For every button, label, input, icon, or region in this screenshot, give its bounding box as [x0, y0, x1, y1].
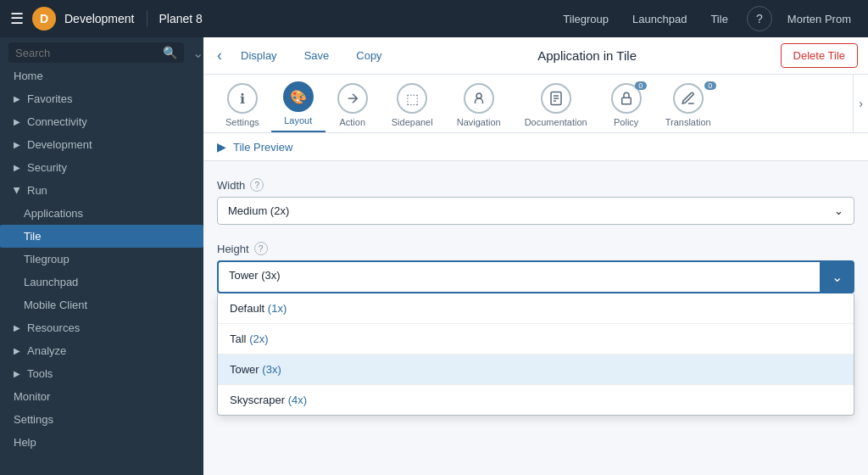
- height-help-icon[interactable]: ?: [254, 242, 268, 255]
- width-select[interactable]: Medium (2x) ⌄: [217, 197, 854, 225]
- sidebar-item-launchpad[interactable]: Launchpad: [0, 271, 203, 293]
- dropdown-item-default[interactable]: Default (1x): [218, 293, 854, 324]
- search-icon: 🔍: [163, 46, 177, 59]
- tab-navigation[interactable]: Navigation: [445, 76, 513, 132]
- sidebar-label-favorites: Favorites: [27, 92, 72, 105]
- sidebar-label-security: Security: [27, 161, 67, 174]
- sidebar-label-development: Development: [27, 138, 92, 151]
- env-label: Development: [64, 12, 135, 25]
- tab-documentation-label: Documentation: [525, 117, 587, 127]
- tabbar-scroll-right[interactable]: ›: [853, 75, 868, 132]
- help-button[interactable]: ?: [747, 6, 772, 31]
- sidebar: 🔍 ⌄ ⌃ Home ▶ Favorites ▶ Connectivity ▶ …: [0, 37, 203, 475]
- sidebar-item-favorites[interactable]: ▶ Favorites: [0, 87, 203, 110]
- height-dropdown: Default (1x) Tall (2x) Tower (3x) S: [217, 293, 854, 416]
- sidebar-item-applications[interactable]: Applications: [0, 202, 203, 225]
- sidebar-item-tilegroup[interactable]: Tilegroup: [0, 248, 203, 271]
- dropdown-item-default-highlight: (1x): [268, 302, 287, 315]
- layout-tab-icon: 🎨: [283, 81, 314, 112]
- sidebar-label-settings: Settings: [14, 413, 53, 426]
- height-group: Height ? Tower (3x) ⌄ Default (1x): [217, 242, 854, 416]
- dropdown-item-default-label: Default: [230, 302, 264, 315]
- dropdown-item-tall-highlight: (2x): [249, 332, 268, 345]
- sidebar-item-connectivity[interactable]: ▶ Connectivity: [0, 110, 203, 133]
- dropdown-item-tall-label: Tall: [230, 332, 247, 345]
- sidebar-item-mobile-client[interactable]: Mobile Client: [0, 293, 203, 316]
- dropdown-item-tower-highlight: (3x): [262, 363, 281, 376]
- sidebar-label-tools: Tools: [27, 367, 53, 380]
- page-title: Application in Tile: [398, 48, 777, 63]
- user-name[interactable]: Morten Prom: [781, 13, 858, 25]
- tab-action-label: Action: [339, 117, 365, 127]
- content-area: ▶ Tile Preview Width ? Medium (2x) ⌄: [203, 133, 868, 475]
- sidebar-item-tools[interactable]: ▶ Tools: [0, 362, 203, 385]
- width-help-icon[interactable]: ?: [250, 178, 264, 192]
- chevron-icon: ▶: [14, 117, 20, 126]
- chevron-icon: ▶: [14, 94, 20, 103]
- width-label: Width ?: [217, 178, 854, 192]
- chevron-icon: ▶: [13, 187, 22, 194]
- sidebar-label-home: Home: [14, 70, 43, 82]
- chevron-icon: ▶: [14, 323, 20, 332]
- tab-action[interactable]: Action: [326, 76, 380, 132]
- sidebar-item-security[interactable]: ▶ Security: [0, 156, 203, 179]
- dropdown-item-tower[interactable]: Tower (3x): [218, 355, 854, 385]
- svg-rect-5: [621, 98, 631, 104]
- tab-sidepanel[interactable]: ⬚ Sidepanel: [380, 76, 445, 132]
- tab-settings[interactable]: ℹ Settings: [214, 76, 271, 132]
- app-label: Planet 8: [159, 12, 203, 25]
- back-button[interactable]: ‹: [214, 43, 225, 68]
- settings-tab-icon: ℹ: [227, 83, 258, 114]
- hamburger-icon[interactable]: ☰: [10, 9, 24, 28]
- tab-translation[interactable]: 0 Translation: [654, 76, 723, 132]
- sidebar-label-connectivity: Connectivity: [27, 115, 87, 128]
- policy-badge: 0: [635, 81, 647, 90]
- sidebar-item-analyze[interactable]: ▶ Analyze: [0, 339, 203, 362]
- tab-layout-label: Layout: [284, 115, 312, 126]
- delete-tile-button[interactable]: Delete Tile: [781, 43, 858, 68]
- tile-preview-label: Tile Preview: [233, 141, 292, 154]
- chevron-icon: ▶: [14, 346, 20, 355]
- nav-tile[interactable]: Tile: [700, 8, 737, 30]
- sidebar-item-monitor[interactable]: Monitor: [0, 385, 203, 408]
- dropdown-item-tall[interactable]: Tall (2x): [218, 324, 854, 355]
- display-button[interactable]: Display: [229, 44, 289, 67]
- tile-preview-chevron-icon: ▶: [217, 140, 226, 154]
- dropdown-item-skyscraper[interactable]: Skyscraper (4x): [218, 385, 854, 415]
- width-value: Medium (2x): [228, 204, 289, 217]
- save-button[interactable]: Save: [292, 44, 342, 67]
- form-area: Width ? Medium (2x) ⌄ Height ? Tow: [203, 161, 868, 450]
- documentation-tab-icon: [541, 83, 571, 114]
- copy-button[interactable]: Copy: [344, 44, 393, 67]
- tile-preview-row[interactable]: ▶ Tile Preview: [203, 133, 868, 161]
- height-dropdown-button[interactable]: ⌄: [820, 260, 854, 293]
- sidebar-item-help[interactable]: Help: [0, 431, 203, 454]
- tab-translation-label: Translation: [665, 117, 711, 127]
- tab-layout[interactable]: 🎨 Layout: [271, 75, 326, 132]
- sidebar-item-run[interactable]: ▶ Run: [0, 179, 203, 202]
- tab-documentation[interactable]: Documentation: [513, 76, 599, 132]
- svg-point-0: [476, 93, 481, 98]
- sidebar-item-settings[interactable]: Settings: [0, 408, 203, 431]
- nav-tilegroup[interactable]: Tilegroup: [553, 8, 619, 30]
- sidebar-item-development[interactable]: ▶ Development: [0, 133, 203, 156]
- sidebar-item-home[interactable]: Home: [0, 64, 203, 87]
- tab-policy-label: Policy: [614, 117, 638, 127]
- collapse-down-icon[interactable]: ⌄: [192, 45, 203, 61]
- sidebar-item-tile[interactable]: Tile: [0, 225, 203, 248]
- sidebar-item-resources[interactable]: ▶ Resources: [0, 316, 203, 339]
- dropdown-item-tower-label: Tower: [230, 363, 259, 376]
- topbar-nav: Tilegroup Launchpad Tile: [553, 8, 738, 30]
- toolbar: ‹ Display Save Copy Application in Tile …: [203, 37, 868, 75]
- search-input[interactable]: [15, 47, 158, 59]
- dropdown-item-skyscraper-highlight: (4x): [288, 394, 307, 406]
- navigation-tab-icon: [464, 83, 494, 114]
- nav-launchpad[interactable]: Launchpad: [622, 8, 697, 30]
- app-logo: D: [32, 7, 56, 31]
- height-value: Tower (3x): [217, 260, 820, 293]
- sidepanel-tab-icon: ⬚: [397, 83, 427, 114]
- dropdown-item-skyscraper-label: Skyscraper: [230, 394, 285, 406]
- height-select-row: Tower (3x) ⌄: [217, 260, 854, 293]
- tab-policy[interactable]: 0 Policy: [599, 76, 654, 132]
- topbar: ☰ D Development Planet 8 Tilegroup Launc…: [0, 0, 868, 37]
